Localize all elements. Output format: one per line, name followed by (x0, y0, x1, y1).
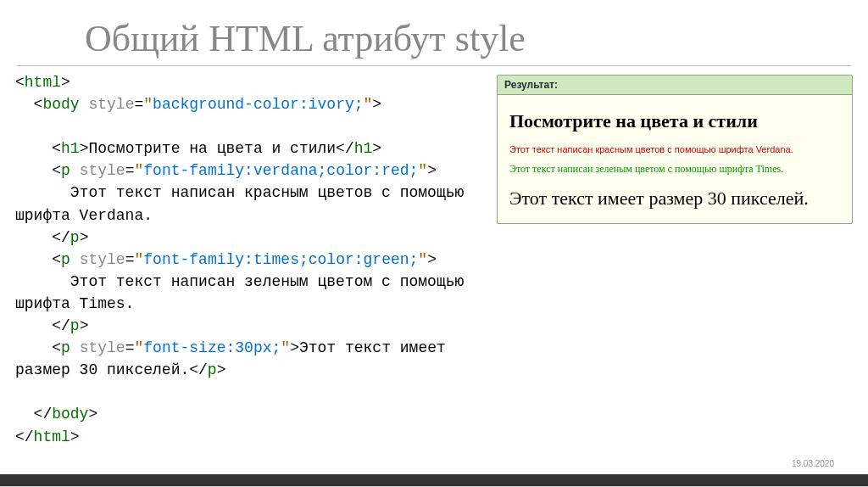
p1-text: Этот текст написан красным цветов с помо… (15, 184, 464, 223)
result-body: Посмотрите на цвета и стили Этот текст н… (498, 95, 852, 223)
tag-p3-open: p (61, 339, 70, 356)
slide-title: Общий HTML атрибут style (85, 17, 868, 60)
body-style-val: background-color:ivory; (153, 96, 363, 113)
result-h1: Посмотрите на цвета и стили (509, 110, 840, 132)
p1-style-val: font-family:verdana;color:red; (143, 162, 418, 179)
tag-p3-close: p (208, 361, 217, 378)
bottom-stripe (0, 474, 868, 486)
p3-style-val: font-size:30px; (143, 339, 281, 356)
code-pane: <html> <body style="background-color:ivo… (15, 71, 484, 448)
attr-style-3: style (80, 251, 125, 268)
tag-p2-close: p (70, 317, 80, 334)
tag-body-close: body (52, 406, 88, 423)
tag-h1-open: h1 (61, 140, 80, 157)
attr-style-4: style (80, 339, 125, 356)
p2-style-val: font-family:times;color:green; (143, 251, 418, 268)
tag-p1-close: p (70, 229, 80, 246)
tag-body-open: body (42, 96, 79, 113)
tag-p1-open: p (61, 162, 70, 179)
p2-text: Этот текст написан зеленым цветом с помо… (15, 273, 464, 312)
attr-style-1: style (88, 96, 134, 113)
tag-p2-open: p (61, 251, 70, 268)
content-row: <html> <body style="background-color:ivo… (0, 71, 868, 448)
result-pane: Результат: Посмотрите на цвета и стили Э… (497, 75, 853, 224)
tag-html-close: html (34, 428, 70, 445)
result-header: Результат: (498, 76, 852, 95)
attr-style-2: style (80, 162, 125, 179)
slide: Общий HTML атрибут style <html> <body st… (0, 0, 868, 487)
result-green-text: Этот текст написан зеленым цветом с помо… (509, 163, 840, 176)
result-big-text: Этот текст имеет размер 30 пикселей. (509, 188, 840, 210)
footer-date: 19.03.2020 (792, 459, 834, 468)
divider (17, 65, 851, 66)
tag-h1-close: h1 (354, 140, 373, 157)
h1-text: Посмотрите на цвета и стили (88, 140, 336, 157)
tag-html-open: html (25, 74, 61, 91)
result-red-text: Этот текст написан красным цветов с помо… (509, 144, 840, 154)
